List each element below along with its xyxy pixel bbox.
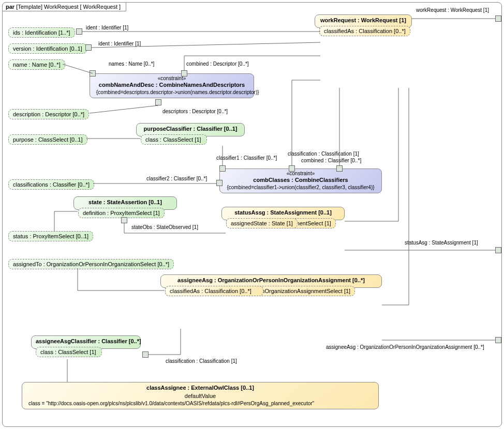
port-cnd-descriptors <box>155 99 161 105</box>
frame-label-kind: [Template] <box>16 4 42 10</box>
workrequest-block: workRequest : WorkRequest [1] id : Ident… <box>315 14 412 28</box>
combnamedesc-title: combNameAndDesc : CombineNamesAndDescrip… <box>94 81 249 89</box>
assigneeclassifier-class: class : ClassSelect [1] <box>36 347 102 357</box>
statusassg-block: statusAssg : StateAssignment [0..1] assi… <box>221 207 345 220</box>
label-ext-workrequest: workRequest : WorkRequest [1] <box>416 7 489 13</box>
label-combinedcls: combined : Classifier [0..*] <box>301 158 361 163</box>
port-cc-combined <box>336 165 343 172</box>
workrequest-classifiedas: classifiedAs : Classification [0..*] <box>319 26 410 36</box>
label-ext-assigneeasg: assigneeAsg : OrganizationOrPersonInOrga… <box>326 344 484 350</box>
flowport-workrequest <box>495 16 501 22</box>
label-names: names : Name [0..*] <box>109 61 154 67</box>
port-state-obs <box>121 217 127 223</box>
state-title: state : StateAssertion [0..1] <box>78 198 172 207</box>
flowport-assigneeasg <box>495 337 501 343</box>
combnamedesc-constraint: {combined=descriptors.descriptor->union(… <box>94 89 249 96</box>
label-classifier2: classifier2 : Classifier [0..*] <box>146 176 207 181</box>
port-cc-classifier1 <box>219 165 226 172</box>
classassignee-block: classAssignee : ExternalOwlClass [0..1] … <box>22 382 379 409</box>
purposeclassifier-class: class : ClassSelect [1] <box>141 134 207 145</box>
classassignee-defaultlabel: defaultValue <box>26 392 374 401</box>
frame-name: WorkRequest <box>44 4 78 10</box>
purpose-block: purpose : ClassSelect [0..1] <box>8 134 87 145</box>
port-cc-classification <box>289 165 295 172</box>
assigneeclassifier-title: assigneeAsgClassifier : Classifier [0..*… <box>36 338 136 346</box>
label-ident2: ident : Identifier [1] <box>98 41 141 47</box>
combclasses-block: «constraint» combClasses : CombineClassi… <box>219 168 382 193</box>
classifications-block: classifications : Classifier [0..*] <box>8 179 94 190</box>
label-ext-statusasg: statusAsg : StateAssignment [1] <box>405 240 478 246</box>
port-assigneeclassifier <box>142 351 149 358</box>
label-classification: classification : Classification [1] <box>288 151 359 157</box>
statusassg-title: statusAssg : StateAssignment [0..1] <box>226 209 340 217</box>
assignedto-select-block: assignedTo : OrganizationOrPersonInOrgan… <box>8 259 174 269</box>
label-descriptors: descriptors : Descriptor [0..*] <box>162 109 228 114</box>
statusassg-assignedstate: assignedState : State [1] <box>226 218 298 228</box>
combclasses-title: combClasses : CombineClassifiers <box>224 176 377 185</box>
port-cc-classifier2 <box>216 180 223 186</box>
state-definition: definition : ProxyItemSelect [1] <box>78 208 165 218</box>
port-cnd-combined <box>181 70 187 76</box>
frame-context: [ WorkRequest ] <box>80 4 121 10</box>
assigneeasg-block: assigneeAsg : OrganizationOrPersonInOrga… <box>160 274 382 288</box>
frame-header: par [Template] WorkRequest [ WorkRequest… <box>2 2 126 11</box>
description-block: description : Descriptor [0..*] <box>8 109 89 119</box>
frame-kind: par <box>6 4 14 10</box>
purposeclassifier-block: purposeClassifier : Classifier [0..1] cl… <box>136 123 245 136</box>
assigneeasg-classifiedas: classifiedAs : Classification [0..*] <box>165 286 263 296</box>
label-classification-ac: classification : Classification [1] <box>166 358 237 364</box>
label-classifier1: classifier1 : Classifier [0..*] <box>216 155 277 161</box>
purposeclassifier-title: purposeClassifier : Classifier [0..1] <box>141 125 240 133</box>
label-ident1: ident : Identifier [1] <box>86 25 128 30</box>
version-block: version : Identification [0..1] <box>8 43 87 54</box>
assigneeclassifier-block: assigneeAsgClassifier : Classifier [0..*… <box>31 335 141 349</box>
classassignee-default: class = "http://docs.oasis-open.org/plcs… <box>26 401 374 407</box>
port-ids <box>76 28 82 35</box>
label-combined: combined : Descriptor [0..*] <box>186 61 249 67</box>
assigneeasg-title: assigneeAsg : OrganizationOrPersonInOrga… <box>165 277 377 285</box>
diagram-canvas: par [Template] WorkRequest [ WorkRequest… <box>0 0 504 429</box>
flowport-statusasg <box>495 247 501 253</box>
status-block: status : ProxyItemSelect [0..1] <box>8 231 93 241</box>
label-stateobs: stateObs : StateObserved [1] <box>131 224 198 230</box>
ids-block: ids : Identification [1..*] <box>8 27 75 38</box>
combclasses-constraint: {combined=classifier1->union(classifier2… <box>224 185 377 191</box>
workrequest-title: workRequest : WorkRequest [1] <box>319 17 407 25</box>
state-block: state : StateAssertion [0..1] definition… <box>73 196 177 210</box>
port-version <box>85 44 92 51</box>
classassignee-title: classAssignee : ExternalOwlClass [0..1] <box>26 384 374 392</box>
name-block: name : Name [0..*] <box>8 59 65 70</box>
port-cnd-names <box>90 70 96 76</box>
combnamedesc-stereo: «constraint» <box>94 75 249 81</box>
combclasses-stereo: «constraint» <box>224 171 377 176</box>
combnamedesc-block: «constraint» combNameAndDesc : CombineNa… <box>90 73 254 98</box>
